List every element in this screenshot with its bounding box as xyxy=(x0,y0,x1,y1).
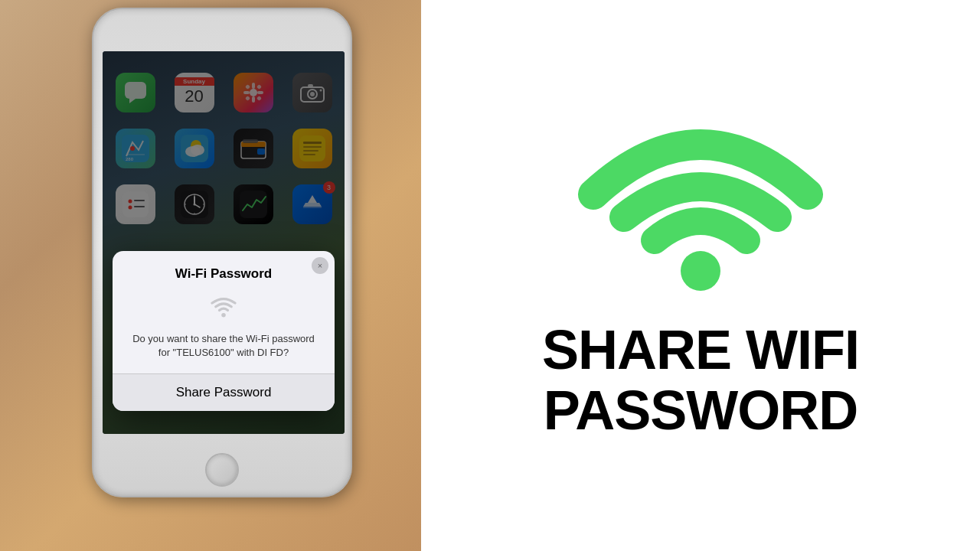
home-button[interactable] xyxy=(205,453,239,487)
wifi-graphic-large xyxy=(578,110,823,297)
title-line2: PASSWORD xyxy=(542,380,859,441)
title-line1: SHARE WIFI xyxy=(542,320,859,380)
share-password-button[interactable]: Share Password xyxy=(113,374,335,411)
dialog-content: Wi-Fi Password Do you want to share the … xyxy=(113,251,335,360)
main-title: SHARE WIFI PASSWORD xyxy=(542,320,859,441)
left-panel: Carrier 12:00 🔋 Messages Sunday 20 xyxy=(0,0,421,551)
dialog-overlay: × Wi-Fi Password Do you w xyxy=(103,51,345,434)
dialog-message: Do you want to share the Wi-Fi password … xyxy=(128,332,319,360)
right-panel: SHARE WIFI PASSWORD xyxy=(421,0,980,551)
wifi-dialog: × Wi-Fi Password Do you w xyxy=(113,251,335,411)
dialog-wifi-icon xyxy=(204,291,243,321)
phone-body: Carrier 12:00 🔋 Messages Sunday 20 xyxy=(92,8,352,497)
dialog-title: Wi-Fi Password xyxy=(128,266,319,282)
svg-point-49 xyxy=(221,313,226,318)
phone-screen: Carrier 12:00 🔋 Messages Sunday 20 xyxy=(103,51,345,434)
svg-point-50 xyxy=(681,251,720,291)
